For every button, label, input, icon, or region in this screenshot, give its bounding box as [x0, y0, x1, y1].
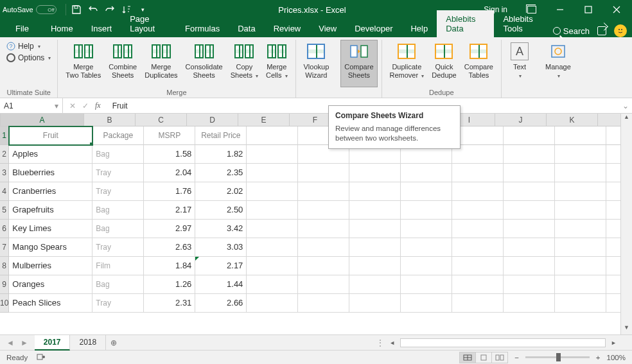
dedupe-item-0[interactable]: DuplicateRemover ▾ — [386, 40, 428, 87]
cells-area[interactable]: FruitPackageMSRPRetail PriceApplesBag1.5… — [9, 126, 620, 313]
cell[interactable]: Blueberries — [9, 164, 92, 182]
cell[interactable]: Bag — [92, 220, 144, 238]
cell[interactable]: 1.26 — [144, 275, 195, 294]
cell[interactable] — [401, 182, 452, 201]
cell[interactable]: 1.76 — [144, 182, 195, 201]
add-sheet-button[interactable]: ⊕ — [106, 338, 121, 347]
cell[interactable] — [452, 294, 504, 313]
cell[interactable]: Tray — [92, 182, 144, 201]
row-header-2[interactable]: 2 — [0, 145, 9, 164]
cell[interactable] — [555, 238, 606, 257]
autosave-toggle[interactable]: Off — [36, 5, 57, 14]
cell[interactable]: Apples — [9, 145, 92, 164]
scroll-right-icon[interactable]: ► — [608, 340, 619, 346]
row-header-8[interactable]: 8 — [0, 257, 9, 275]
cell[interactable]: Grapefruits — [9, 201, 92, 220]
cell[interactable] — [555, 294, 606, 313]
cell[interactable]: 1.58 — [144, 145, 195, 164]
cell[interactable] — [298, 275, 349, 294]
text-button[interactable]: A Text▾ — [505, 40, 534, 87]
cell[interactable] — [606, 201, 620, 220]
cell[interactable] — [247, 145, 298, 164]
cell[interactable]: 2.66 — [195, 294, 247, 313]
select-all-corner[interactable] — [0, 114, 1, 126]
cell[interactable] — [401, 220, 452, 238]
cell[interactable] — [555, 275, 606, 294]
share-button[interactable] — [597, 26, 606, 35]
cell[interactable] — [606, 294, 620, 313]
fx-icon[interactable]: fx — [95, 101, 101, 110]
help-button[interactable]: ?Help▾ — [4, 41, 53, 51]
cell[interactable]: Oranges — [9, 275, 92, 294]
cell[interactable]: 1.44 — [195, 275, 247, 294]
dedupe-item-1[interactable]: QuickDedupe — [428, 40, 461, 87]
cell[interactable] — [504, 294, 555, 313]
cell[interactable]: Mango Spears — [9, 238, 92, 257]
cell[interactable] — [555, 257, 606, 275]
tab-insert[interactable]: Insert — [82, 20, 121, 37]
cell[interactable] — [298, 182, 349, 201]
cell[interactable] — [452, 182, 504, 201]
tab-formulas[interactable]: Formulas — [176, 20, 229, 37]
redo-icon[interactable] — [103, 3, 116, 16]
search-button[interactable]: Search — [553, 26, 590, 36]
page-break-view-button[interactable] — [491, 352, 508, 363]
cell[interactable] — [452, 257, 504, 275]
cell[interactable]: Bag — [92, 145, 144, 164]
cell[interactable] — [504, 220, 555, 238]
cell[interactable] — [298, 220, 349, 238]
undo-icon[interactable] — [87, 3, 100, 16]
row-header-3[interactable]: 3 — [0, 164, 9, 182]
cell[interactable]: 1.84 — [144, 257, 195, 275]
merge-item-3[interactable]: ConsolidateSheets — [182, 40, 227, 87]
row-header-4[interactable]: 4 — [0, 182, 9, 201]
cell[interactable] — [555, 164, 606, 182]
tab-developer[interactable]: Developer — [346, 20, 401, 37]
cell[interactable] — [504, 164, 555, 182]
tab-page-layout[interactable]: Page Layout — [121, 10, 176, 37]
merge-item-5[interactable]: MergeCells ▾ — [262, 40, 292, 87]
col-header-L[interactable]: L — [598, 114, 620, 126]
cell[interactable]: Tray — [92, 238, 144, 257]
cell[interactable]: Peach Slices — [9, 294, 92, 313]
cell[interactable] — [452, 238, 504, 257]
cell[interactable] — [349, 294, 401, 313]
zoom-slider[interactable] — [525, 356, 590, 358]
row-header-10[interactable]: 10 — [0, 294, 9, 313]
cell[interactable] — [349, 164, 401, 182]
cell[interactable]: 3.42 — [195, 220, 247, 238]
sheet-tab-2018[interactable]: 2018 — [70, 335, 106, 351]
col-header-J[interactable]: J — [495, 114, 547, 126]
merge-item-4[interactable]: CopySheets ▾ — [227, 40, 262, 87]
cell[interactable] — [401, 238, 452, 257]
cell[interactable] — [298, 238, 349, 257]
cell[interactable]: 2.97 — [144, 220, 195, 238]
cell[interactable]: 2.17 — [144, 201, 195, 220]
cell[interactable]: Fruit — [9, 126, 92, 145]
cell[interactable] — [247, 294, 298, 313]
row-header-6[interactable]: 6 — [0, 220, 9, 238]
cell[interactable] — [504, 257, 555, 275]
cell[interactable] — [555, 220, 606, 238]
cell[interactable] — [349, 182, 401, 201]
cell[interactable] — [401, 275, 452, 294]
maximize-button[interactable] — [575, 0, 601, 19]
cell[interactable] — [606, 182, 620, 201]
cell[interactable] — [298, 201, 349, 220]
close-button[interactable] — [604, 0, 629, 19]
cell[interactable] — [606, 238, 620, 257]
cell[interactable] — [298, 257, 349, 275]
cell[interactable]: Tray — [92, 294, 144, 313]
compare-sheets-button[interactable]: CompareSheets — [340, 40, 377, 87]
row-header-5[interactable]: 5 — [0, 201, 9, 220]
vlookup-wizard-button[interactable]: VlookupWizard — [300, 40, 333, 87]
scroll-up-icon[interactable]: ▲ — [621, 114, 632, 124]
cell[interactable] — [247, 182, 298, 201]
cell[interactable] — [247, 257, 298, 275]
cell[interactable] — [247, 275, 298, 294]
row-header-9[interactable]: 9 — [0, 275, 9, 294]
tab-file[interactable]: File — [3, 20, 42, 37]
cell[interactable]: Bag — [92, 201, 144, 220]
cell[interactable]: 2.17 — [195, 257, 247, 275]
expand-formula-bar-icon[interactable]: ⌄ — [619, 101, 632, 110]
